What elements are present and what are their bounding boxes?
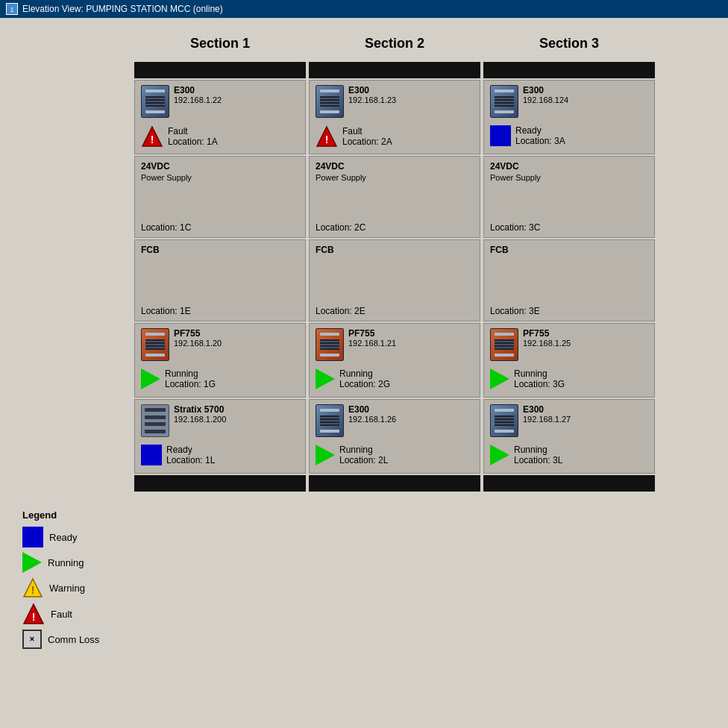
section-headers-row: Section 1 Section 2 Section 3 <box>134 33 713 59</box>
s1-pf755-cell[interactable]: PF755 192.168.1.20 Running Location: 1G <box>134 323 306 398</box>
s1-e300-cell[interactable]: E300 192.168.1.22 ! Fault Location: 1A <box>134 80 306 154</box>
legend-item-fault: ! Fault <box>22 603 127 625</box>
s1-e300-location: Location: 1A <box>168 136 218 147</box>
ready-icon <box>22 527 43 547</box>
s1-24vdc-location: Location: 1C <box>141 222 299 233</box>
section1-header: Section 1 <box>134 33 306 54</box>
title-bar: 1 Elevation View: PUMPING STATION MCC (o… <box>0 0 728 18</box>
s1-pf755-running-icon <box>141 368 160 389</box>
s2-pf755-ip: 192.168.1.21 <box>348 339 474 348</box>
section3-column: E300 192.168.124 Ready Location: 3A <box>483 80 655 474</box>
s3-fcb-location: Location: 3E <box>490 306 648 316</box>
s2-pf755-cell[interactable]: PF755 192.168.1.21 Running Location: 2G <box>309 323 480 398</box>
s2-e300-ip: 192.168.1.23 <box>348 95 474 104</box>
s1-stratix-ip: 192.168.1.200 <box>174 415 299 424</box>
s3-pf755-ip: 192.168.1.25 <box>523 339 648 348</box>
s3-e300b-running-icon <box>490 445 509 465</box>
s3-pf755-cell[interactable]: PF755 192.168.1.25 Running Location: 3G <box>483 323 655 398</box>
s1-24vdc-name: 24VDC <box>141 161 299 172</box>
legend-item-running: Running <box>22 552 127 573</box>
s2-e300-drive-icon <box>316 85 344 118</box>
legend-title: Legend <box>22 509 127 521</box>
s2-fcb-name: FCB <box>316 245 474 255</box>
s3-e300-drive-icon <box>490 85 518 118</box>
s1-pf755-name: PF755 <box>174 328 299 339</box>
warning-icon: ! <box>22 577 43 598</box>
s2-e300b-location: Location: 2L <box>339 455 388 465</box>
s1-e300-drive-icon <box>141 85 169 118</box>
s3-pf755-status: Running <box>514 368 565 379</box>
svg-text:!: ! <box>325 134 329 145</box>
s3-pf755-drive-icon <box>490 328 518 361</box>
commloss-icon: ✕ <box>22 630 42 649</box>
s2-e300-name: E300 <box>348 85 474 95</box>
s2-e300b-ip: 192.168.1.26 <box>348 415 474 424</box>
legend-warning-label: Warning <box>49 583 85 594</box>
s3-24vdc-sub: Power Supply <box>490 173 648 182</box>
s2-e300-status: Fault <box>342 126 392 136</box>
s3-pf755-running-icon <box>490 368 509 389</box>
s3-e300b-status: Running <box>514 445 562 455</box>
s2-fcb-location: Location: 2E <box>316 306 474 316</box>
s3-24vdc-name: 24VDC <box>490 161 648 172</box>
s2-24vdc-sub: Power Supply <box>316 173 474 182</box>
svg-text:!: ! <box>32 611 36 623</box>
s2-e300-location: Location: 2A <box>342 136 392 147</box>
legend-item-commloss: ✕ Comm Loss <box>22 630 127 649</box>
s3-e300-ready-icon <box>490 125 511 146</box>
s2-fcb-cell: FCB Location: 2E <box>309 239 480 321</box>
s1-pf755-ip: 192.168.1.20 <box>174 339 299 348</box>
s2-e300b-drive-icon <box>316 404 344 437</box>
s2-e300b-cell[interactable]: E300 192.168.1.26 Running Location: 2L <box>309 399 480 474</box>
s3-e300-name: E300 <box>523 85 648 95</box>
fault-icon: ! <box>22 603 45 625</box>
section3-bottom-bar <box>483 475 655 492</box>
section1-column: E300 192.168.1.22 ! Fault Location: 1A <box>134 80 306 474</box>
s2-e300-cell[interactable]: E300 192.168.1.23 ! Fault Location: 2A <box>309 80 480 154</box>
s3-e300-cell[interactable]: E300 192.168.124 Ready Location: 3A <box>483 80 655 154</box>
s3-e300b-drive-icon <box>490 404 518 437</box>
s1-stratix-status: Ready <box>166 445 215 455</box>
s2-24vdc-cell: 24VDC Power Supply Location: 2C <box>309 156 480 238</box>
s1-fcb-cell: FCB Location: 1E <box>134 239 306 321</box>
legend-running-label: Running <box>48 557 84 568</box>
s1-24vdc-cell: 24VDC Power Supply Location: 1C <box>134 156 306 238</box>
s1-e300-name: E300 <box>174 85 299 95</box>
s3-e300-location: Location: 3A <box>515 136 565 146</box>
svg-text:!: ! <box>31 584 35 596</box>
s3-24vdc-location: Location: 3C <box>490 222 648 233</box>
legend-ready-label: Ready <box>49 532 78 543</box>
s2-e300b-status: Running <box>339 445 388 455</box>
legend-fault-label: Fault <box>51 609 72 620</box>
s2-e300b-running-icon <box>316 445 335 465</box>
s1-fault-icon: ! <box>141 125 163 148</box>
s1-fcb-location: Location: 1E <box>141 306 299 316</box>
section1-bottom-bar <box>134 475 306 492</box>
section3-header: Section 3 <box>483 33 655 54</box>
section3-top-bar <box>483 62 655 78</box>
title-icon: 1 <box>6 3 18 15</box>
legend-panel: Legend Ready Running ! Warning ! Fault ✕ <box>15 33 134 713</box>
s1-e300-ip: 192.168.1.22 <box>174 95 299 104</box>
s1-fcb-name: FCB <box>141 245 299 255</box>
section2-top-bar <box>309 62 480 78</box>
s1-stratix-cell[interactable]: Stratix 5700 192.168.1.200 Ready Locatio… <box>134 399 306 474</box>
s3-fcb-name: FCB <box>490 245 648 255</box>
s1-pf755-location: Location: 1G <box>165 379 216 389</box>
legend-item-ready: Ready <box>22 527 127 547</box>
legend-commloss-label: Comm Loss <box>48 634 99 645</box>
s3-pf755-name: PF755 <box>523 328 648 339</box>
s3-e300-status: Ready <box>515 125 565 136</box>
s1-stratix-icon <box>141 404 169 437</box>
s1-stratix-name: Stratix 5700 <box>174 404 299 415</box>
s2-pf755-location: Location: 2G <box>339 379 390 389</box>
s3-24vdc-cell: 24VDC Power Supply Location: 3C <box>483 156 655 238</box>
s3-e300b-cell[interactable]: E300 192.168.1.27 Running Location: 3L <box>483 399 655 474</box>
section2-bottom-bar <box>309 475 480 492</box>
s1-pf755-drive-icon <box>141 328 169 361</box>
s2-24vdc-name: 24VDC <box>316 161 474 172</box>
s3-e300b-name: E300 <box>523 404 648 415</box>
s3-e300b-ip: 192.168.1.27 <box>523 415 648 424</box>
s1-e300-status: Fault <box>168 126 218 136</box>
s3-e300-ip: 192.168.124 <box>523 95 648 104</box>
